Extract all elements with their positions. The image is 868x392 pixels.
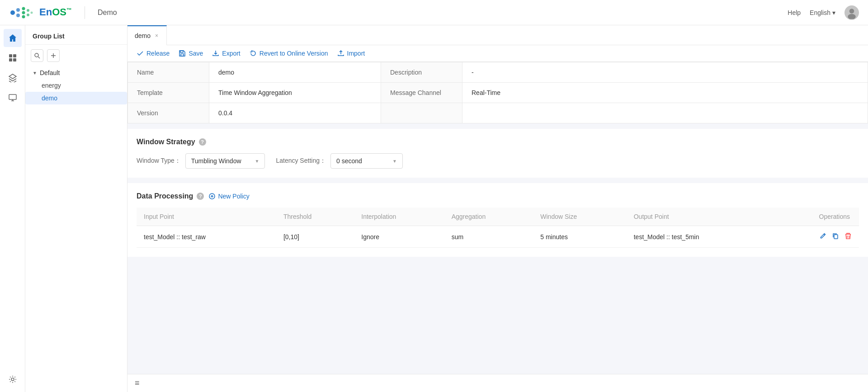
tree-default[interactable]: ▼ Default (25, 66, 127, 79)
template-label: Template (128, 83, 209, 103)
name-label: Name (128, 62, 209, 83)
version-label: Version (128, 103, 209, 123)
svg-rect-11 (9, 54, 12, 57)
info-row-version: Version 0.0.4 (128, 103, 868, 123)
latency-field: Latency Setting： 0 second ▼ (276, 153, 403, 169)
template-value: Time Window Aggregation (209, 83, 381, 103)
message-channel-value: Real-Time (462, 83, 868, 103)
svg-point-3 (22, 7, 25, 10)
col-interpolation: Interpolation (354, 208, 444, 226)
revert-button[interactable]: Revert to Online Version (250, 50, 328, 57)
col-aggregation: Aggregation (444, 208, 533, 226)
table-row: test_Model :: test_raw [0,10] Ignore sum… (137, 226, 859, 248)
window-strategy-section: Window Strategy ? Window Type： Tumbling … (127, 129, 868, 178)
col-window-size: Window Size (533, 208, 626, 226)
sidebar-item-monitor[interactable] (4, 89, 22, 107)
import-button[interactable]: Import (337, 50, 365, 57)
sidebar-item-home[interactable] (4, 29, 22, 47)
latency-select[interactable]: 0 second ▼ (330, 153, 403, 169)
svg-rect-15 (9, 94, 16, 99)
tree-item-energy[interactable]: energy (25, 79, 127, 92)
col-operations: Operations (773, 208, 859, 226)
data-processing-header: Data Processing ? New Policy (137, 192, 859, 200)
icon-sidebar (0, 25, 25, 392)
tab-bar: demo × (127, 25, 868, 45)
svg-rect-19 (180, 51, 183, 52)
svg-point-8 (31, 11, 33, 14)
main-layout: Group List ▼ Default energy demo demo × (0, 0, 868, 392)
window-type-arrow-icon: ▼ (255, 159, 259, 164)
language-selector[interactable]: English ▾ (810, 9, 835, 16)
arrow-down-icon: ▼ (33, 71, 37, 76)
svg-rect-21 (834, 235, 838, 239)
cell-window-size: 5 minutes (533, 226, 626, 248)
description-label: Description (381, 62, 462, 83)
table-header-row: Input Point Threshold Interpolation Aggr… (137, 208, 859, 226)
sidebar-bottom (4, 370, 22, 392)
logo-dots: EnOS™ (9, 6, 72, 19)
tab-close-button[interactable]: × (154, 32, 159, 40)
logo-area: EnOS™ Demo (9, 6, 117, 19)
bottom-menu-icon[interactable]: ≡ (135, 378, 140, 388)
svg-point-4 (22, 11, 25, 14)
info-section: Name demo Description - Template Time Wi… (127, 62, 868, 123)
cell-aggregation: sum (444, 226, 533, 248)
svg-point-5 (22, 15, 25, 18)
svg-rect-14 (13, 58, 16, 61)
add-group-button[interactable] (47, 49, 60, 62)
main-content: demo × Release Save Export Revert to Onl… (127, 25, 868, 392)
delete-icon[interactable] (844, 232, 852, 241)
data-processing-section: Data Processing ? New Policy Input Point… (127, 183, 868, 257)
svg-point-10 (848, 14, 856, 19)
export-button[interactable]: Export (212, 50, 240, 57)
window-strategy-row: Window Type： Tumbling Window ▼ Latency S… (137, 153, 859, 169)
svg-point-0 (10, 10, 15, 15)
user-avatar[interactable] (844, 5, 859, 20)
info-table: Name demo Description - Template Time Wi… (127, 62, 868, 123)
sidebar-item-settings[interactable] (4, 370, 22, 388)
app-title: Demo (98, 9, 117, 17)
svg-point-17 (35, 53, 38, 57)
group-panel: Group List ▼ Default energy demo (25, 25, 127, 392)
svg-point-7 (27, 14, 29, 16)
info-row-name: Name demo Description - (128, 62, 868, 83)
save-button[interactable]: Save (179, 50, 203, 57)
sidebar-item-layers[interactable] (4, 69, 22, 87)
svg-rect-13 (9, 58, 12, 61)
group-panel-title: Group List (25, 25, 127, 45)
cell-threshold: [0,10] (276, 226, 354, 248)
window-strategy-title: Window Strategy ? (137, 138, 859, 146)
cell-operations (773, 226, 859, 248)
new-policy-button[interactable]: New Policy (208, 193, 249, 200)
col-output-point: Output Point (627, 208, 773, 226)
latency-arrow-icon: ▼ (392, 159, 397, 164)
edit-icon[interactable] (819, 232, 826, 241)
window-type-select[interactable]: Tumbling Window ▼ (185, 153, 265, 169)
cell-interpolation: Ignore (354, 226, 444, 248)
data-processing-table: Input Point Threshold Interpolation Aggr… (137, 208, 859, 248)
tab-label: demo (135, 32, 151, 39)
sidebar-item-dashboard[interactable] (4, 49, 22, 67)
data-processing-title: Data Processing ? (137, 192, 204, 200)
svg-point-9 (849, 9, 854, 14)
copy-icon[interactable] (832, 232, 839, 241)
window-strategy-help-icon[interactable]: ? (199, 138, 206, 146)
info-row-template: Template Time Window Aggregation Message… (128, 83, 868, 103)
svg-point-2 (16, 14, 20, 17)
tab-demo[interactable]: demo × (127, 25, 167, 45)
data-processing-help-icon[interactable]: ? (197, 193, 204, 200)
svg-point-1 (16, 8, 20, 12)
search-button[interactable] (31, 49, 43, 62)
top-navigation: EnOS™ Demo Help English ▾ (0, 0, 868, 25)
col-threshold: Threshold (276, 208, 354, 226)
svg-rect-12 (13, 54, 16, 57)
window-type-label: Window Type： (137, 157, 181, 165)
toolbar: Release Save Export Revert to Online Ver… (127, 45, 868, 62)
window-type-field: Window Type： Tumbling Window ▼ (137, 153, 265, 169)
svg-point-16 (11, 378, 14, 381)
cell-input-point: test_Model :: test_raw (137, 226, 276, 248)
cell-output-point: test_Model :: test_5min (627, 226, 773, 248)
release-button[interactable]: Release (137, 50, 170, 57)
help-button[interactable]: Help (788, 9, 801, 16)
tree-item-demo[interactable]: demo (25, 92, 127, 104)
